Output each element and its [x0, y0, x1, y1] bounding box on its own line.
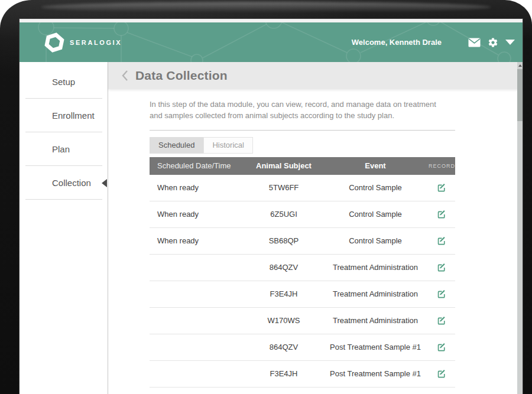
page-titlebar: Data Collection [108, 62, 523, 89]
column-header-event: Event [322, 161, 429, 170]
column-header-record: RECORD [429, 163, 455, 169]
cell-animal-subject: 5TW6FF [245, 183, 322, 192]
cell-event: Post Treatment Sample #1 [322, 343, 429, 351]
header-actions: Welcome, Kenneth Drale [352, 37, 523, 48]
welcome-text: Welcome, Kenneth Drale [352, 38, 442, 47]
table-row: When ready SB68QP Control Sample [150, 228, 455, 255]
record-edit-icon[interactable] [437, 315, 447, 325]
cell-animal-subject: 864QZV [245, 263, 322, 272]
tab-label: Scheduled [158, 141, 194, 149]
screen: SERALOGIX Welcome, Kenneth Drale [20, 19, 523, 394]
cell-record [429, 183, 455, 193]
sidebar-item[interactable]: Plan [20, 132, 108, 166]
table-row: 864QZV Treatment Administration [150, 255, 455, 281]
vertical-scrollbar[interactable] [517, 62, 523, 394]
cell-scheduled-datetime: When ready [150, 210, 245, 219]
table-row: 864QZV Post Treatment Sample #1 [150, 334, 455, 361]
cell-record [429, 209, 455, 219]
cell-animal-subject: F3E4JH [245, 369, 322, 378]
record-edit-icon[interactable] [437, 369, 447, 379]
cell-record [429, 289, 455, 299]
column-header-subject: Animal Subject [245, 161, 322, 170]
sidebar: Setup Enrollment Plan [20, 62, 108, 394]
brand: SERALOGIX [44, 32, 122, 53]
cell-record [429, 262, 455, 272]
app-header: SERALOGIX Welcome, Kenneth Drale [20, 22, 523, 62]
content-area: In this step of the data module, you can… [150, 99, 455, 388]
sidebar-item[interactable]: Collection [20, 166, 108, 200]
table-row: When ready 6Z5UGI Control Sample [150, 201, 455, 228]
seralogix-hexagon-logo-icon [44, 32, 64, 53]
tab-label: Historical [212, 141, 244, 149]
schedule-table: Scheduled Date/Time Animal Subject Event… [150, 157, 455, 388]
tab-bar: Scheduled Historical [150, 137, 455, 154]
cell-event: Treatment Administration [322, 316, 429, 325]
scrollbar-thumb[interactable] [517, 69, 523, 121]
scroll-up-arrow-icon[interactable] [517, 63, 523, 68]
sidebar-item-label: Collection [20, 178, 91, 188]
table-header-row: Scheduled Date/Time Animal Subject Event… [150, 157, 455, 175]
sidebar-item-label: Plan [20, 144, 70, 154]
sidebar-nav-list: Setup Enrollment Plan [20, 65, 108, 200]
cell-animal-subject: 864QZV [245, 343, 322, 351]
cell-record [429, 342, 455, 352]
app-body: Setup Enrollment Plan [20, 62, 523, 394]
record-edit-icon[interactable] [437, 236, 447, 246]
cell-scheduled-datetime: When ready [150, 183, 245, 192]
cell-record [429, 369, 455, 379]
sidebar-item[interactable]: Setup [20, 65, 108, 99]
record-edit-icon[interactable] [437, 289, 447, 299]
app-window: SERALOGIX Welcome, Kenneth Drale [20, 22, 523, 394]
column-header-date: Scheduled Date/Time [150, 161, 245, 170]
tab[interactable]: Historical [203, 137, 252, 154]
cell-record [429, 236, 455, 246]
table-row: W170WS Treatment Administration [150, 308, 455, 334]
mail-icon[interactable] [468, 38, 481, 47]
table-row: When ready 5TW6FF Control Sample [150, 175, 455, 201]
caret-down-icon[interactable] [505, 40, 515, 45]
table-row: F3E4JH Treatment Administration [150, 281, 455, 308]
brand-name: SERALOGIX [70, 39, 122, 46]
cell-animal-subject: SB68QP [245, 236, 322, 245]
record-edit-icon[interactable] [437, 183, 447, 193]
main-panel: Data Collection In this step of the data… [108, 62, 523, 394]
gear-icon[interactable] [488, 37, 498, 48]
cell-event: Control Sample [322, 183, 429, 192]
cell-animal-subject: W170WS [245, 316, 322, 325]
cell-event: Control Sample [322, 210, 429, 219]
page-description: In this step of the data module, you can… [150, 99, 451, 122]
record-edit-icon[interactable] [437, 209, 447, 219]
cell-animal-subject: F3E4JH [245, 289, 322, 298]
page-title: Data Collection [135, 69, 228, 83]
divider [150, 130, 455, 131]
record-edit-icon[interactable] [437, 342, 447, 352]
cell-event: Treatment Administration [322, 289, 429, 298]
cell-animal-subject: 6Z5UGI [245, 210, 322, 219]
table-row: F3E4JH Post Treatment Sample #1 [150, 361, 455, 388]
tab[interactable]: Scheduled [150, 137, 203, 154]
cell-event: Post Treatment Sample #1 [322, 369, 429, 378]
back-chevron-icon[interactable] [121, 70, 128, 82]
cell-event: Treatment Administration [322, 263, 429, 272]
table-body: When ready 5TW6FF Control Sample [150, 175, 455, 388]
record-edit-icon[interactable] [437, 262, 447, 272]
sidebar-item[interactable]: Enrollment [20, 99, 108, 132]
cell-event: Control Sample [322, 236, 429, 245]
active-item-arrow-icon [102, 179, 107, 187]
cell-scheduled-datetime: When ready [150, 236, 245, 245]
sidebar-item-label: Setup [20, 77, 75, 87]
cell-record [429, 315, 455, 325]
sidebar-item-label: Enrollment [20, 110, 95, 121]
